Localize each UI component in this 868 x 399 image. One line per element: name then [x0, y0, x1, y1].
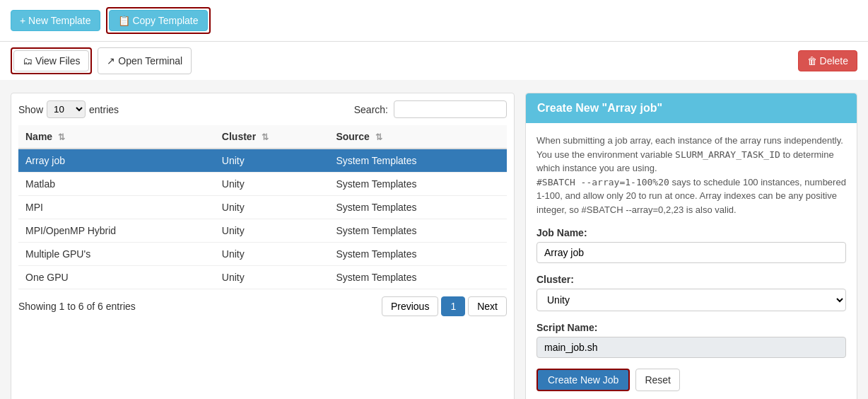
- reset-button[interactable]: Reset: [635, 369, 680, 391]
- pagination: Previous 1 Next: [382, 296, 507, 316]
- create-new-job-button[interactable]: Create New Job: [536, 369, 630, 391]
- name-sort-icon: ⇅: [58, 132, 65, 142]
- cluster-select[interactable]: Unity: [536, 289, 846, 311]
- copy-template-button[interactable]: 📋 Copy Template: [109, 10, 208, 31]
- table-row[interactable]: One GPUUnitySystem Templates: [18, 266, 507, 289]
- source-sort-icon: ⇅: [375, 132, 382, 142]
- right-panel: Create New "Array job" When submitting a…: [525, 93, 857, 399]
- col-name[interactable]: Name ⇅: [18, 125, 215, 149]
- cell-cluster: Unity: [215, 243, 329, 266]
- cell-source: System Templates: [329, 243, 507, 266]
- table-header-row: Name ⇅ Cluster ⇅ Source ⇅: [18, 125, 507, 149]
- copy-template-wrapper: 📋 Copy Template: [106, 7, 211, 34]
- action-buttons: 🗂 View Files ↗ Open Terminal: [11, 47, 192, 74]
- top-toolbar: + New Template 📋 Copy Template: [0, 0, 868, 42]
- job-name-label: Job Name:: [536, 227, 846, 238]
- job-name-input[interactable]: [536, 242, 846, 263]
- cluster-label: Cluster:: [536, 274, 846, 285]
- left-panel: Show 10 25 50 100 entries Search: Name ⇅…: [11, 93, 515, 399]
- form-actions: Create New Job Reset: [536, 369, 846, 391]
- cell-name: Multiple GPU's: [18, 243, 215, 266]
- right-panel-header: Create New "Array job": [526, 93, 857, 123]
- cell-cluster: Unity: [215, 196, 329, 219]
- script-name-group: Script Name:: [536, 322, 846, 358]
- cell-cluster: Unity: [215, 266, 329, 289]
- right-panel-title: Create New "Array job": [537, 102, 662, 114]
- col-source[interactable]: Source ⇅: [329, 125, 507, 149]
- prev-button[interactable]: Previous: [382, 296, 438, 316]
- view-files-wrapper: 🗂 View Files: [11, 47, 92, 74]
- entries-select[interactable]: 10 25 50 100: [47, 100, 86, 118]
- templates-table: Name ⇅ Cluster ⇅ Source ⇅ Array jobUnity…: [18, 125, 507, 289]
- table-row[interactable]: MPI/OpenMP HybridUnitySystem Templates: [18, 219, 507, 243]
- table-row[interactable]: MatlabUnitySystem Templates: [18, 173, 507, 196]
- cell-source: System Templates: [329, 196, 507, 219]
- cell-cluster: Unity: [215, 173, 329, 196]
- description-text: When submitting a job array, each instan…: [536, 134, 846, 216]
- search-label: Search:: [354, 104, 388, 115]
- search-area: Search:: [354, 100, 507, 118]
- cell-name: MPI/OpenMP Hybrid: [18, 219, 215, 243]
- view-files-button[interactable]: 🗂 View Files: [13, 50, 89, 71]
- table-controls-top: Show 10 25 50 100 entries Search:: [18, 100, 507, 118]
- cluster-sort-icon: ⇅: [262, 132, 269, 142]
- new-template-button[interactable]: + New Template: [11, 10, 100, 31]
- showing-entries-text: Showing 1 to 6 of 6 entries: [18, 301, 136, 312]
- table-footer: Showing 1 to 6 of 6 entries Previous 1 N…: [18, 296, 507, 316]
- cell-source: System Templates: [329, 173, 507, 196]
- table-row[interactable]: MPIUnitySystem Templates: [18, 196, 507, 219]
- cell-source: System Templates: [329, 266, 507, 289]
- search-input[interactable]: [394, 100, 507, 118]
- cell-cluster: Unity: [215, 219, 329, 243]
- cell-name: One GPU: [18, 266, 215, 289]
- table-row[interactable]: Array jobUnitySystem Templates: [18, 149, 507, 173]
- entries-label: entries: [89, 104, 119, 115]
- script-name-input: [536, 337, 846, 358]
- next-button[interactable]: Next: [468, 296, 507, 316]
- open-terminal-button[interactable]: ↗ Open Terminal: [98, 47, 192, 74]
- job-name-group: Job Name:: [536, 227, 846, 263]
- right-panel-body: When submitting a job array, each instan…: [526, 123, 857, 399]
- table-row[interactable]: Multiple GPU'sUnitySystem Templates: [18, 243, 507, 266]
- cell-name: MPI: [18, 196, 215, 219]
- col-cluster[interactable]: Cluster ⇅: [215, 125, 329, 149]
- cell-source: System Templates: [329, 219, 507, 243]
- cell-cluster: Unity: [215, 149, 329, 173]
- cluster-group: Cluster: Unity: [536, 274, 846, 311]
- show-entries-group: Show 10 25 50 100 entries: [18, 100, 119, 118]
- show-label: Show: [18, 104, 43, 115]
- cell-name: Array job: [18, 149, 215, 173]
- cell-source: System Templates: [329, 149, 507, 173]
- page-1-button[interactable]: 1: [441, 296, 465, 316]
- delete-button[interactable]: 🗑 Delete: [798, 50, 857, 71]
- cell-name: Matlab: [18, 173, 215, 196]
- script-name-label: Script Name:: [536, 322, 846, 333]
- second-toolbar: 🗂 View Files ↗ Open Terminal 🗑 Delete: [0, 42, 868, 80]
- main-container: Show 10 25 50 100 entries Search: Name ⇅…: [0, 86, 868, 399]
